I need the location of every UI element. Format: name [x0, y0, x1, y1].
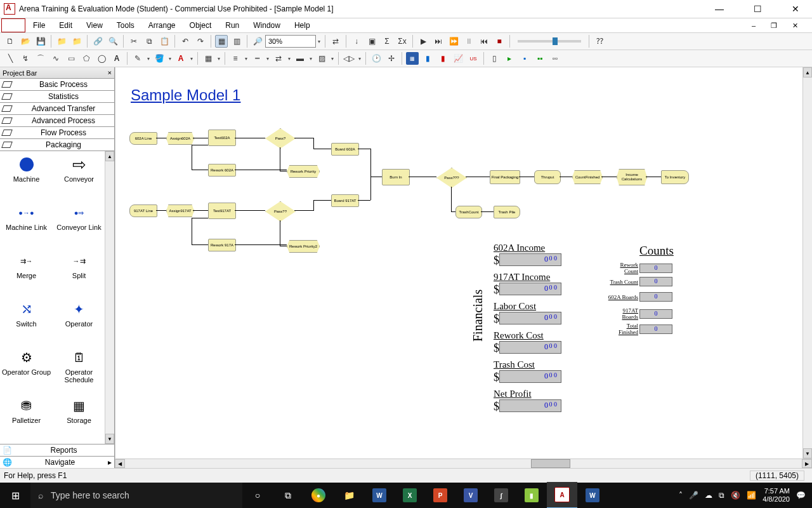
polygon-icon[interactable]: ⬠ — [80, 52, 93, 65]
project-bar-close-icon[interactable]: × — [107, 69, 112, 77]
math-icon[interactable]: ∫ — [486, 483, 516, 508]
arrow-icon[interactable]: ⇄ — [272, 52, 285, 65]
mdi-close-button[interactable]: ✕ — [786, 20, 804, 31]
pattern-icon[interactable]: ▨ — [315, 52, 328, 65]
shape-assign917at[interactable]: Assign917AT — [166, 204, 194, 217]
shape-rework602a[interactable]: Rework 602A — [208, 164, 236, 177]
explorer-icon[interactable]: 📁 — [334, 483, 364, 508]
dd-icon[interactable]: ▾ — [145, 56, 152, 62]
arrow-down-icon[interactable]: ↓ — [350, 35, 363, 48]
pal-conveyor[interactable]: ⇨Conveyor — [53, 154, 105, 202]
step-icon[interactable]: ⏭ — [432, 35, 445, 48]
arena-icon[interactable]: A — [547, 482, 577, 508]
shape-602a-line[interactable]: 602A Line — [129, 132, 157, 145]
pal-split[interactable]: →⇉Split — [53, 250, 105, 298]
scroll-left-icon[interactable]: ◀ — [115, 459, 125, 468]
nav-menu-icon[interactable]: ▸ — [108, 458, 112, 467]
expr2-icon[interactable]: Σx — [396, 35, 409, 48]
shape-reworkpriority2[interactable]: Rework Priority2 — [287, 240, 320, 253]
mdi-min-button[interactable]: – — [745, 20, 762, 31]
dd-icon[interactable]: ▾ — [243, 56, 249, 62]
shape-income[interactable]: Income Calculations — [617, 169, 647, 185]
dd-icon[interactable]: ▾ — [167, 56, 173, 62]
connect-icon[interactable]: ⇄ — [329, 35, 342, 48]
linestyle-icon[interactable]: ┉ — [251, 52, 263, 65]
scroll-down-icon[interactable]: ▼ — [803, 448, 812, 458]
pal-machine[interactable]: Machine — [0, 154, 53, 202]
tray-onedrive-icon[interactable]: ☁ — [705, 491, 712, 500]
hflip-icon[interactable]: ◁▷ — [343, 52, 355, 65]
bgcolor-icon[interactable]: ▦ — [202, 52, 214, 65]
menu-tools[interactable]: Tools — [110, 20, 141, 31]
new-icon[interactable]: 🗋 — [4, 35, 16, 48]
preview-icon[interactable]: 🔍 — [107, 35, 119, 48]
line-icon[interactable]: ╲ — [4, 52, 16, 65]
shape-board917at[interactable]: Board 917AT — [331, 194, 359, 207]
scroll-up-icon[interactable]: ▲ — [105, 151, 114, 161]
cat-stats[interactable]: Statistics — [0, 91, 114, 103]
paste-icon[interactable]: 📋 — [158, 35, 171, 48]
undo-icon[interactable]: ↶ — [179, 35, 192, 48]
visio-icon[interactable]: V — [455, 483, 486, 508]
shape-finalpkg[interactable]: Final Packaging — [490, 170, 520, 184]
shape-917at-line[interactable]: 917AT Line — [129, 204, 157, 217]
start-over-icon[interactable]: ⏮ — [478, 35, 490, 48]
cortana-icon[interactable]: ○ — [242, 483, 273, 508]
word-icon[interactable]: W — [364, 483, 395, 508]
zoom-dropdown-icon[interactable]: ▾ — [316, 39, 322, 44]
date-icon[interactable]: ✢ — [385, 52, 398, 65]
start-button[interactable]: ⊞ — [0, 483, 30, 508]
tray-mic-icon[interactable]: 🎤 — [689, 491, 698, 500]
menu-file[interactable]: File — [27, 20, 51, 31]
var-icon[interactable]: ▦ — [406, 52, 419, 65]
foot-navigate[interactable]: 🌐Navigate▸ — [0, 456, 114, 468]
cat-flow[interactable]: Flow Process — [0, 127, 114, 139]
shape-burnin[interactable]: Burn In — [382, 169, 410, 185]
maximize-button[interactable]: ☐ — [745, 4, 770, 14]
pal-operator[interactable]: ✦Operator — [53, 298, 105, 347]
plot-icon[interactable]: 📈 — [452, 52, 464, 65]
pal-conveyorlink[interactable]: ●⇒Conveyor Link — [53, 202, 105, 250]
lineweight-icon[interactable]: ≡ — [229, 52, 242, 65]
cat-basic[interactable]: Basic Process — [0, 79, 114, 91]
folder-icon[interactable]: 📁 — [55, 35, 68, 48]
mdi-icon[interactable] — [1, 18, 25, 32]
pal-opsched[interactable]: 🗓Operator Schedule — [53, 347, 105, 395]
pal-switch[interactable]: ⤭Switch — [0, 298, 53, 347]
pal-opgroup[interactable]: ⚙Operator Group — [0, 347, 53, 395]
expr-icon[interactable]: Σ — [381, 35, 393, 48]
pal-palletizer[interactable]: ⛃Palletizer — [0, 395, 53, 443]
shape-pass3[interactable]: Pass??? — [436, 168, 467, 188]
shape-thruput[interactable]: Thruput — [534, 170, 561, 184]
pal-machinelink[interactable]: ●→●Machine Link — [0, 202, 53, 250]
close-button[interactable]: ✕ — [783, 4, 808, 14]
tray-dropbox-icon[interactable]: ⧉ — [719, 491, 724, 500]
menu-edit[interactable]: Edit — [53, 20, 79, 31]
fast-icon[interactable]: ⏩ — [447, 35, 460, 48]
stop-icon[interactable]: ■ — [493, 35, 506, 48]
textcolor-icon[interactable]: A — [174, 52, 187, 65]
fillcolor-icon[interactable]: 🪣 — [153, 52, 166, 65]
canvas-vscroll[interactable]: ▲▼ — [802, 67, 812, 458]
foot-reports[interactable]: 📄Reports — [0, 444, 114, 456]
open-icon[interactable]: 📂 — [19, 35, 32, 48]
word2-icon[interactable]: W — [577, 483, 608, 508]
dd-icon[interactable]: ▾ — [308, 56, 314, 62]
tray-up-icon[interactable]: ˄ — [679, 491, 683, 500]
entity-icon[interactable]: ▯ — [488, 52, 501, 65]
dd-icon[interactable]: ▾ — [329, 56, 336, 62]
usa-icon[interactable]: US — [467, 52, 480, 65]
zoom-combo[interactable] — [265, 35, 316, 48]
menu-view[interactable]: View — [80, 20, 109, 31]
shape-reworkpriority[interactable]: Rework Priority — [287, 165, 320, 178]
shape-pass1[interactable]: Pass? — [265, 128, 296, 149]
chrome-icon[interactable]: ● — [303, 483, 334, 508]
level-icon[interactable]: ▮ — [421, 52, 434, 65]
excel-icon[interactable]: X — [395, 483, 425, 508]
dd-icon[interactable]: ▾ — [357, 56, 363, 62]
cat-advprocess[interactable]: Advanced Process — [0, 115, 114, 127]
folder2-icon[interactable]: 📁 — [70, 35, 83, 48]
tray-clock[interactable]: 7:57 AM4/8/2020 — [763, 487, 790, 504]
dd-icon[interactable]: ▾ — [286, 56, 292, 62]
link-icon[interactable]: 🔗 — [91, 35, 104, 48]
